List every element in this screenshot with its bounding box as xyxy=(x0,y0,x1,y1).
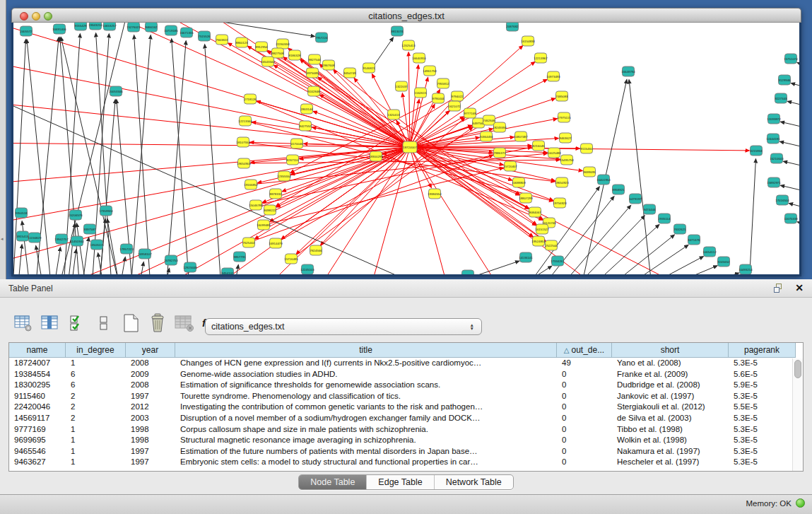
row-height-button[interactable] xyxy=(93,313,114,335)
graph-node-label: 4170046 xyxy=(290,142,303,146)
table-cell: 9777169 xyxy=(9,424,66,436)
graph-node-label: 9155429 xyxy=(74,24,87,28)
column-header-year[interactable]: year xyxy=(126,343,175,358)
table-row[interactable]: 946554611997Estimation of the future num… xyxy=(9,446,803,457)
graph-node-label: 1621072 xyxy=(448,105,461,108)
graph-node-label: 13505115 xyxy=(90,243,104,247)
close-panel-icon[interactable]: ✕ xyxy=(795,282,804,293)
graph-node-label: 17957223 xyxy=(119,247,134,251)
table-cell: 5.9E-5 xyxy=(729,380,796,391)
tab-edge-table[interactable]: Edge Table xyxy=(367,475,434,489)
graph-node-label: 10807487 xyxy=(514,135,528,139)
table-cell: 0 xyxy=(557,402,612,413)
graph-node-label: 16914479 xyxy=(269,242,283,245)
graph-node-label: 10654112 xyxy=(702,250,717,254)
graph-node-label: 17334261 xyxy=(551,259,565,263)
graph-node-label: 10493214 xyxy=(739,268,753,271)
table-row[interactable]: 1872400712008Changes of HCN gene express… xyxy=(9,358,803,369)
collapsed-panel-strip[interactable]: ◂ xyxy=(0,0,6,279)
graph-node-label: 12325413 xyxy=(401,44,416,47)
graph-node-label: 7824566 xyxy=(310,249,322,252)
graph-node-label: 11451944 xyxy=(70,240,84,243)
graph-node-label: 8454749 xyxy=(343,71,356,75)
table-cell: Franke et al. (2009) xyxy=(612,369,729,380)
column-visibility-button[interactable] xyxy=(40,313,61,335)
scrollbar-thumb[interactable] xyxy=(794,360,801,378)
graph-node-label: 7462646 xyxy=(483,119,495,122)
column-header-short[interactable]: short xyxy=(612,343,729,358)
graph-node-label: 15751074 xyxy=(784,57,798,61)
graph-node-label: 16782753 xyxy=(164,259,178,262)
graph-node-label: 9794022 xyxy=(451,95,464,98)
table-cell: 9699695 xyxy=(9,435,66,446)
window-title: citations_edges.txt xyxy=(12,11,801,21)
table-row[interactable]: 1938455462009Genome-wide association stu… xyxy=(9,369,803,380)
select-rows-icon xyxy=(69,314,85,334)
table-cell: 2009 xyxy=(126,369,175,380)
table-cell: 6 xyxy=(66,380,126,391)
memory-indicator[interactable]: Memory: OK xyxy=(746,498,805,508)
column-header-in_degree[interactable]: in_degree xyxy=(66,343,126,358)
column-header-title[interactable]: title xyxy=(175,343,557,358)
table-cell: 1997 xyxy=(126,457,175,468)
graph-node-label: 13942757 xyxy=(54,238,69,241)
table-tabs: Node TableEdge TableNetwork Table xyxy=(298,474,513,490)
graph-node-label: 19756928 xyxy=(553,201,567,205)
table-cell: 5.6E-5 xyxy=(729,369,796,380)
import-table-disabled-icon xyxy=(175,315,194,334)
tab-network-table[interactable]: Network Table xyxy=(435,475,513,489)
table-row[interactable]: 1830029562008Estimation of significance … xyxy=(9,380,803,391)
graph-node-label: 18807299 xyxy=(519,197,533,200)
new-table-button[interactable] xyxy=(120,313,141,335)
graph-node-label: 7663822 xyxy=(216,38,228,42)
graph-node-label: 10688809 xyxy=(512,181,526,185)
graph-node-label: 6479197 xyxy=(629,197,642,201)
tab-node-table[interactable]: Node Table xyxy=(299,475,367,489)
graph-node-label: 9857791 xyxy=(233,255,246,259)
select-rows-button[interactable] xyxy=(66,313,88,335)
graph-node-label: 16543342 xyxy=(261,60,275,64)
table-settings-button[interactable] xyxy=(13,313,34,335)
column-header-pagerank[interactable]: pagerank xyxy=(729,343,796,358)
graph-node-label: 10025488 xyxy=(547,151,561,155)
graph-node-label: 16958107 xyxy=(138,252,152,256)
graph-node-label: 9245109 xyxy=(461,274,474,274)
table-row[interactable]: 1456911722003Disruption of a novel membe… xyxy=(9,413,803,424)
graph-node-label: 3975685 xyxy=(306,71,319,75)
graph-node-label: 2718126 xyxy=(244,98,257,101)
network-canvas[interactable]: 2405572306914069155429193432101065325715… xyxy=(11,23,801,276)
table-cell: 5.3E-5 xyxy=(729,457,796,468)
graph-node-label: 12245103 xyxy=(300,268,314,271)
graph-node-label: 1322037 xyxy=(395,85,408,88)
table-cell: 9465546 xyxy=(9,446,66,457)
graph-node-label: 10973493 xyxy=(546,75,560,78)
import-table-disabled-button[interactable] xyxy=(174,313,195,335)
table-row[interactable]: 977716911998Corpus callosum shape and si… xyxy=(9,424,803,436)
column-header-name[interactable]: name xyxy=(9,343,66,358)
table-row[interactable]: 946362711997Embryonic stem cells: a mode… xyxy=(9,457,803,468)
graph-node-label: 9827544 xyxy=(308,58,321,62)
graph-node-label: 18300295 xyxy=(369,155,383,158)
table-cell: Hescheler et al. (1997) xyxy=(612,457,729,468)
column-header-out_de[interactable]: △out_de... xyxy=(557,343,612,358)
graph-node-label: 16154838 xyxy=(521,40,535,43)
table-cell: Tourette syndrome. Phenomenology and cla… xyxy=(175,391,557,402)
table-cell: 1 xyxy=(66,446,126,457)
delete-table-button[interactable] xyxy=(147,313,168,335)
table-cell: 0 xyxy=(557,413,612,424)
window-titlebar[interactable]: citations_edges.txt xyxy=(11,8,801,23)
table-scrollbar[interactable] xyxy=(792,358,803,471)
table-cell: 5.3E-5 xyxy=(729,391,796,402)
table-cell: 5.3E-5 xyxy=(729,413,796,424)
table-cell: Corpus callosum shape and size in male p… xyxy=(175,424,557,436)
graph-node-label: 16640910 xyxy=(412,57,426,60)
graph-node-label: 17016504 xyxy=(775,199,789,202)
graph-node-label: 20206576 xyxy=(69,214,83,217)
table-row[interactable]: 2242004622012Investigating the contribut… xyxy=(9,402,803,413)
table-row[interactable]: 969969511998Structural magnetic resonanc… xyxy=(9,435,803,446)
table-selector-dropdown[interactable]: citations_edges.txt ▲▼ xyxy=(205,318,482,335)
table-cell: 0 xyxy=(557,424,612,436)
table-cell: 2 xyxy=(66,391,126,402)
table-row[interactable]: 911546021997Tourette syndrome. Phenomeno… xyxy=(9,391,803,402)
float-panel-icon[interactable] xyxy=(774,284,784,293)
